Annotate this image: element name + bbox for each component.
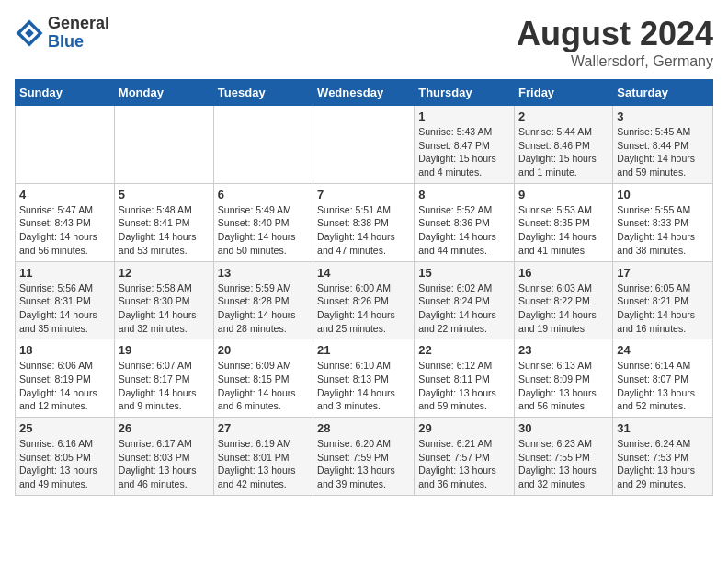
calendar-cell: 7Sunrise: 5:51 AM Sunset: 8:38 PM Daylig…: [313, 183, 415, 261]
day-number: 22: [418, 343, 510, 357]
day-info: Sunrise: 6:16 AM Sunset: 8:05 PM Dayligh…: [19, 437, 110, 491]
day-number: 31: [617, 421, 709, 435]
calendar-cell: 6Sunrise: 5:49 AM Sunset: 8:40 PM Daylig…: [213, 183, 313, 261]
day-number: 8: [418, 188, 510, 201]
weekday-header-friday: Friday: [515, 80, 613, 106]
day-info: Sunrise: 6:00 AM Sunset: 8:26 PM Dayligh…: [317, 282, 410, 336]
day-info: Sunrise: 5:48 AM Sunset: 8:41 PM Dayligh…: [119, 203, 210, 258]
calendar-cell: 3Sunrise: 5:45 AM Sunset: 8:44 PM Daylig…: [613, 106, 713, 184]
calendar-table: SundayMondayTuesdayWednesdayThursdayFrid…: [15, 79, 713, 496]
day-number: 21: [317, 343, 410, 357]
day-number: 26: [119, 421, 210, 435]
calendar-cell: 31Sunrise: 6:24 AM Sunset: 7:53 PM Dayli…: [613, 418, 713, 496]
calendar-cell: 24Sunrise: 6:14 AM Sunset: 8:07 PM Dayli…: [613, 339, 713, 418]
day-info: Sunrise: 6:24 AM Sunset: 7:53 PM Dayligh…: [617, 437, 709, 491]
calendar-cell: 20Sunrise: 6:09 AM Sunset: 8:15 PM Dayli…: [213, 339, 313, 418]
day-number: 29: [418, 421, 510, 435]
day-number: 13: [218, 266, 309, 280]
logo-general-text: General: [48, 15, 109, 33]
day-info: Sunrise: 5:45 AM Sunset: 8:44 PM Dayligh…: [617, 125, 709, 179]
day-info: Sunrise: 5:44 AM Sunset: 8:46 PM Dayligh…: [518, 125, 609, 179]
day-info: Sunrise: 6:19 AM Sunset: 8:01 PM Dayligh…: [218, 437, 309, 491]
weekday-header-tuesday: Tuesday: [213, 80, 313, 106]
calendar-cell: [213, 106, 313, 184]
calendar-cell: 12Sunrise: 5:58 AM Sunset: 8:30 PM Dayli…: [114, 261, 213, 339]
calendar-cell: 11Sunrise: 5:56 AM Sunset: 8:31 PM Dayli…: [16, 261, 115, 339]
day-info: Sunrise: 5:59 AM Sunset: 8:28 PM Dayligh…: [218, 282, 309, 336]
logo-icon: [15, 18, 44, 48]
day-number: 1: [418, 109, 510, 123]
day-number: 18: [19, 343, 110, 357]
calendar-cell: [313, 106, 415, 184]
day-number: 28: [317, 421, 410, 435]
calendar-cell: 23Sunrise: 6:13 AM Sunset: 8:09 PM Dayli…: [515, 339, 613, 418]
day-info: Sunrise: 6:23 AM Sunset: 7:55 PM Dayligh…: [518, 437, 609, 491]
logo-blue-text: Blue: [48, 33, 109, 52]
day-number: 4: [19, 188, 110, 201]
day-info: Sunrise: 6:12 AM Sunset: 8:11 PM Dayligh…: [418, 359, 510, 413]
calendar-cell: 2Sunrise: 5:44 AM Sunset: 8:46 PM Daylig…: [515, 106, 613, 184]
calendar-week-row: 1Sunrise: 5:43 AM Sunset: 8:47 PM Daylig…: [16, 106, 713, 184]
day-number: 30: [518, 421, 609, 435]
calendar-week-row: 11Sunrise: 5:56 AM Sunset: 8:31 PM Dayli…: [16, 261, 713, 339]
calendar-cell: 17Sunrise: 6:05 AM Sunset: 8:21 PM Dayli…: [613, 261, 713, 339]
title-area: August 2024 Wallersdorf, Germany: [517, 15, 713, 70]
calendar-cell: 16Sunrise: 6:03 AM Sunset: 8:22 PM Dayli…: [515, 261, 613, 339]
day-info: Sunrise: 5:56 AM Sunset: 8:31 PM Dayligh…: [19, 282, 110, 336]
day-number: 24: [617, 343, 709, 357]
day-info: Sunrise: 5:53 AM Sunset: 8:35 PM Dayligh…: [518, 203, 609, 258]
day-number: 19: [119, 343, 210, 357]
day-number: 17: [617, 266, 709, 280]
calendar-cell: 8Sunrise: 5:52 AM Sunset: 8:36 PM Daylig…: [415, 183, 515, 261]
calendar-cell: [16, 106, 115, 184]
day-number: 2: [518, 109, 609, 123]
logo-text: General Blue: [48, 15, 109, 52]
day-number: 27: [218, 421, 309, 435]
calendar-cell: 28Sunrise: 6:20 AM Sunset: 7:59 PM Dayli…: [313, 418, 415, 496]
day-number: 9: [518, 188, 609, 201]
day-number: 16: [518, 266, 609, 280]
day-info: Sunrise: 5:55 AM Sunset: 8:33 PM Dayligh…: [617, 203, 709, 258]
calendar-cell: 19Sunrise: 6:07 AM Sunset: 8:17 PM Dayli…: [114, 339, 213, 418]
calendar-cell: 25Sunrise: 6:16 AM Sunset: 8:05 PM Dayli…: [16, 418, 115, 496]
calendar-cell: 22Sunrise: 6:12 AM Sunset: 8:11 PM Dayli…: [415, 339, 515, 418]
month-year-title: August 2024: [517, 15, 713, 53]
day-info: Sunrise: 6:13 AM Sunset: 8:09 PM Dayligh…: [518, 359, 609, 413]
day-info: Sunrise: 5:43 AM Sunset: 8:47 PM Dayligh…: [418, 125, 510, 179]
day-info: Sunrise: 6:09 AM Sunset: 8:15 PM Dayligh…: [218, 359, 309, 413]
day-number: 3: [617, 109, 709, 123]
day-number: 23: [518, 343, 609, 357]
day-number: 15: [418, 266, 510, 280]
weekday-header-thursday: Thursday: [415, 80, 515, 106]
location-subtitle: Wallersdorf, Germany: [517, 53, 713, 70]
day-info: Sunrise: 6:02 AM Sunset: 8:24 PM Dayligh…: [418, 282, 510, 336]
day-info: Sunrise: 5:51 AM Sunset: 8:38 PM Dayligh…: [317, 203, 410, 258]
calendar-week-row: 18Sunrise: 6:06 AM Sunset: 8:19 PM Dayli…: [16, 339, 713, 418]
day-number: 12: [119, 266, 210, 280]
page-header: General Blue August 2024 Wallersdorf, Ge…: [15, 15, 713, 70]
day-info: Sunrise: 6:07 AM Sunset: 8:17 PM Dayligh…: [119, 359, 210, 413]
calendar-cell: 15Sunrise: 6:02 AM Sunset: 8:24 PM Dayli…: [415, 261, 515, 339]
calendar-cell: [114, 106, 213, 184]
calendar-cell: 27Sunrise: 6:19 AM Sunset: 8:01 PM Dayli…: [213, 418, 313, 496]
weekday-header-monday: Monday: [114, 80, 213, 106]
calendar-cell: 18Sunrise: 6:06 AM Sunset: 8:19 PM Dayli…: [16, 339, 115, 418]
logo: General Blue: [15, 15, 109, 52]
weekday-header-wednesday: Wednesday: [313, 80, 415, 106]
day-info: Sunrise: 5:52 AM Sunset: 8:36 PM Dayligh…: [418, 203, 510, 258]
day-info: Sunrise: 6:14 AM Sunset: 8:07 PM Dayligh…: [617, 359, 709, 413]
day-number: 5: [119, 188, 210, 201]
day-info: Sunrise: 6:10 AM Sunset: 8:13 PM Dayligh…: [317, 359, 410, 413]
day-number: 6: [218, 188, 309, 201]
calendar-cell: 9Sunrise: 5:53 AM Sunset: 8:35 PM Daylig…: [515, 183, 613, 261]
day-number: 20: [218, 343, 309, 357]
day-number: 7: [317, 188, 410, 201]
calendar-cell: 21Sunrise: 6:10 AM Sunset: 8:13 PM Dayli…: [313, 339, 415, 418]
day-number: 14: [317, 266, 410, 280]
day-info: Sunrise: 5:47 AM Sunset: 8:43 PM Dayligh…: [19, 203, 110, 258]
day-info: Sunrise: 6:21 AM Sunset: 7:57 PM Dayligh…: [418, 437, 510, 491]
day-number: 11: [19, 266, 110, 280]
day-number: 25: [19, 421, 110, 435]
calendar-cell: 1Sunrise: 5:43 AM Sunset: 8:47 PM Daylig…: [415, 106, 515, 184]
weekday-header-sunday: Sunday: [16, 80, 115, 106]
